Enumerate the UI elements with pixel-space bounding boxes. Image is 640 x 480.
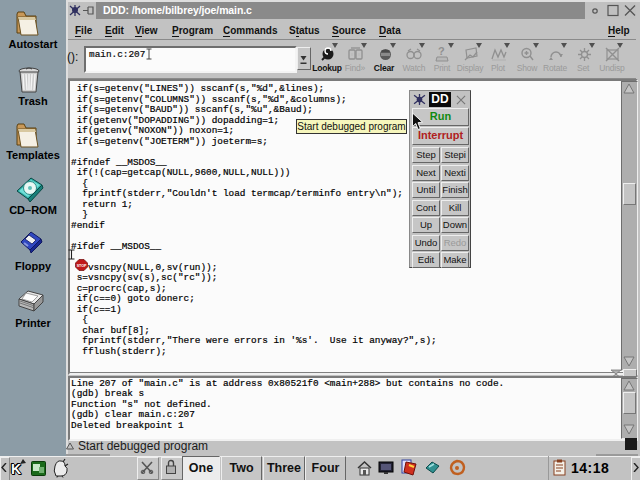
svg-text:?: ? — [438, 46, 445, 57]
svg-text:STOP: STOP — [77, 264, 87, 268]
